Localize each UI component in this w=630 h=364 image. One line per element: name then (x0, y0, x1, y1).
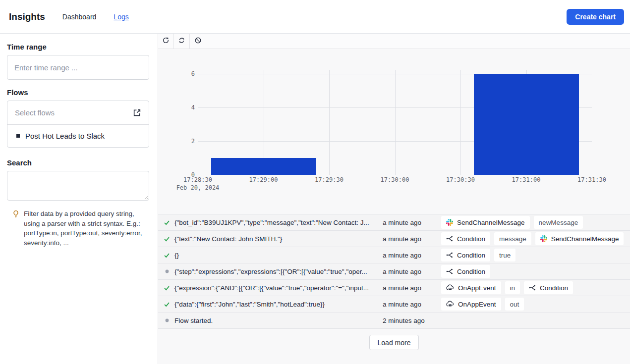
filters-sidebar: Time range Flows Select flows Post Hot L… (0, 34, 158, 364)
log-timestamp: a minute ago (383, 301, 441, 308)
log-row[interactable]: {"bot_id":"B39UJ1KPV","type":"message","… (158, 214, 630, 231)
x-tick-label: 17:29:30 (315, 176, 344, 184)
search-label: Search (7, 158, 150, 167)
x-tick-label: 17:31:30 (577, 176, 606, 184)
log-chips: OnAppEventout (441, 298, 524, 311)
log-status-pending-icon (163, 269, 171, 274)
log-message: {"text":"New Contact: John SMITH."} (174, 235, 383, 243)
slack-icon (446, 219, 453, 226)
log-message: {"data":{"first":"John","last":"Smith","… (174, 301, 383, 308)
x-tick-label: 17:31:00 (512, 176, 541, 184)
selected-flow-label: Post Hot Leads to Slack (25, 132, 105, 140)
log-row[interactable]: {"data":{"first":"John","last":"Smith","… (158, 296, 630, 312)
x-tick-label: 17:28:30 (183, 176, 212, 184)
log-timestamp: a minute ago (383, 219, 441, 226)
chip-label: Condition (457, 235, 485, 243)
chip-label: OnAppEvent (458, 284, 496, 292)
create-chart-button[interactable]: Create chart (567, 9, 624, 25)
log-chips: Condition (441, 265, 490, 278)
condition-icon (446, 235, 453, 242)
chip-label: Condition (457, 268, 485, 275)
node-chip: SendChannelMessage (535, 232, 624, 245)
app-event-icon (446, 301, 454, 308)
external-link-icon[interactable] (133, 108, 141, 117)
node-chip: Condition (441, 232, 490, 245)
badge-chip: newMessage (534, 216, 583, 229)
chart: 024617:28:3017:29:0017:29:3017:30:0017:3… (158, 49, 630, 214)
tab-logs[interactable]: Logs (114, 13, 128, 21)
chip-label: newMessage (539, 219, 578, 226)
log-status-success-icon (163, 236, 171, 242)
log-row[interactable]: {"step":"expressions","expressions":[{"O… (158, 263, 630, 280)
chart-bar (474, 74, 579, 175)
node-chip: Condition (441, 265, 490, 278)
refresh-button[interactable] (158, 34, 174, 49)
log-timestamp: a minute ago (383, 284, 441, 292)
node-chip: OnAppEvent (441, 298, 501, 311)
badge-chip: out (505, 298, 524, 311)
chip-label: SendChannelMessage (551, 235, 619, 243)
flows-select[interactable]: Select flows (7, 101, 149, 125)
log-chips: Conditiontrue (441, 249, 515, 261)
x-axis-date-label: Feb 20, 2024 (176, 184, 220, 192)
log-timestamp: a minute ago (383, 252, 441, 259)
log-message: Flow started. (174, 317, 383, 324)
app-event-icon (446, 284, 454, 291)
log-status-pending-icon (163, 318, 171, 323)
chip-label: message (499, 235, 526, 243)
search-textarea[interactable] (7, 171, 149, 201)
chart-gridline-vertical (395, 70, 396, 175)
flows-box: Select flows Post Hot Leads to Slack (7, 101, 149, 148)
y-tick-label: 6 (158, 70, 195, 78)
log-status-success-icon (163, 285, 171, 291)
search-hint: Filter data by a provided query string, … (7, 209, 150, 248)
badge-chip: message (494, 232, 531, 245)
chart-toolbar (158, 34, 630, 49)
chip-label: out (510, 301, 519, 308)
flows-select-placeholder: Select flows (15, 108, 55, 117)
log-status-success-icon (163, 219, 171, 226)
condition-icon (529, 284, 536, 291)
log-row[interactable]: {}a minute agoConditiontrue (158, 247, 630, 263)
node-chip: Condition (441, 249, 490, 261)
condition-icon (446, 252, 453, 259)
log-chips: OnAppEventinCondition (441, 281, 573, 294)
node-chip: OnAppEvent (441, 281, 501, 294)
search-hint-text: Filter data by a provided query string, … (24, 209, 149, 248)
log-status-success-icon (163, 252, 171, 259)
selected-flow-item[interactable]: Post Hot Leads to Slack (7, 125, 149, 147)
log-row[interactable]: Flow started.2 minutes ago (158, 312, 630, 329)
tab-dashboard[interactable]: Dashboard (62, 13, 97, 21)
time-range-label: Time range (7, 43, 150, 51)
flows-label: Flows (7, 88, 150, 97)
log-row[interactable]: {"text":"New Contact: John SMITH."}a min… (158, 231, 630, 247)
y-tick-label: 4 (158, 104, 195, 111)
flow-color-swatch (16, 134, 20, 138)
log-timestamp: 2 minutes ago (383, 317, 441, 324)
refresh-icon (162, 37, 170, 46)
time-range-input[interactable] (7, 55, 149, 80)
chart-plot[interactable] (198, 70, 592, 175)
chart-bar (211, 158, 316, 175)
disable-icon (194, 37, 202, 46)
condition-icon (446, 268, 453, 275)
chip-label: OnAppEvent (458, 301, 496, 308)
badge-chip: true (494, 249, 515, 261)
x-tick-label: 17:30:00 (381, 176, 409, 184)
chip-label: Condition (540, 284, 568, 292)
page-title: Insights (9, 11, 45, 22)
log-status-success-icon (163, 301, 171, 308)
chart-gridline-vertical (460, 70, 461, 175)
load-more-button[interactable]: Load more (369, 335, 419, 350)
badge-chip: in (505, 281, 520, 294)
disable-button[interactable] (190, 34, 206, 49)
x-tick-label: 17:29:00 (249, 176, 278, 184)
auto-refresh-icon (178, 37, 185, 46)
chip-label: true (499, 252, 511, 259)
auto-refresh-button[interactable] (174, 34, 190, 49)
log-chips: ConditionmessageSendChannelMessage (441, 232, 624, 245)
log-row[interactable]: {"expression":{"AND":[{"OR":[{"value":"t… (158, 280, 630, 296)
logs-panel: 024617:28:3017:29:0017:29:3017:30:0017:3… (158, 34, 630, 364)
load-more-area: Load more (158, 329, 630, 350)
log-timestamp: a minute ago (383, 235, 441, 243)
